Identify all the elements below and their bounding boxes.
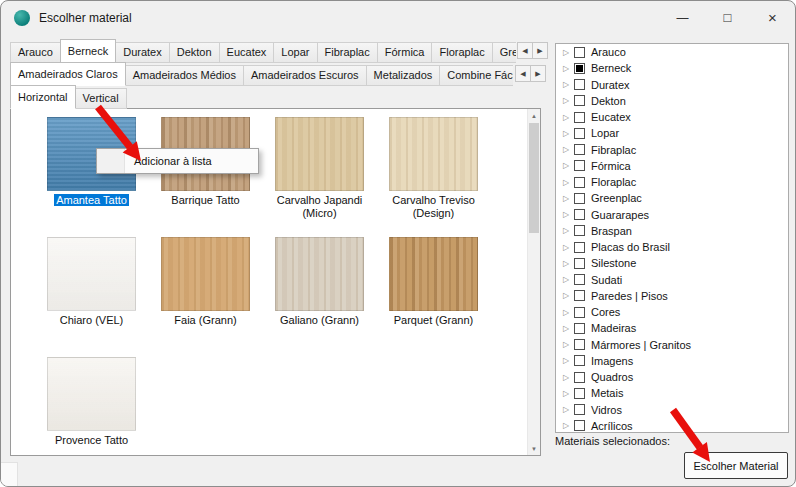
checkbox-arauco[interactable] [574, 47, 585, 58]
tab-category-metalizados[interactable]: Metalizados [366, 65, 441, 86]
tree-item-imagens[interactable]: ▷Imagens [556, 353, 788, 369]
tree-item-duratex[interactable]: ▷Duratex [556, 77, 788, 93]
brand-tabs-scroll-right-button[interactable]: ▶ [532, 42, 548, 59]
checkbox-fibraplac[interactable] [574, 144, 585, 155]
tree-item-marmores-granitos[interactable]: ▷Mármores | Granitos [556, 337, 788, 353]
expand-arrow-icon[interactable]: ▷ [560, 129, 572, 138]
tree-item-placas-do-brasil[interactable]: ▷Placas do Brasil [556, 239, 788, 255]
tree-item-vidros[interactable]: ▷Vidros [556, 402, 788, 418]
expand-arrow-icon[interactable]: ▷ [560, 178, 572, 187]
tab-brand-greenplac[interactable]: Greenplac [492, 42, 516, 63]
expand-arrow-icon[interactable]: ▷ [560, 373, 572, 382]
tree-item-cores[interactable]: ▷Cores [556, 304, 788, 320]
expand-arrow-icon[interactable]: ▷ [560, 259, 572, 268]
checkbox-marmores-granitos[interactable] [574, 339, 585, 350]
tab-brand-berneck[interactable]: Berneck [60, 39, 116, 63]
swatch-chiaro-vel[interactable]: Chiaro (VEL) [47, 237, 136, 342]
scrollbar-up-icon[interactable]: ▲ [528, 109, 540, 122]
tree-item-guararapes[interactable]: ▷Guararapes [556, 207, 788, 223]
expand-arrow-icon[interactable]: ▷ [560, 96, 572, 105]
swatch-provence-tatto[interactable]: Provence Tatto [47, 357, 136, 455]
checkbox-formica[interactable] [574, 160, 585, 171]
expand-arrow-icon[interactable]: ▷ [560, 389, 572, 398]
expand-arrow-icon[interactable]: ▷ [560, 64, 572, 73]
tab-category-amadeirados-medios[interactable]: Amadeirados Médios [125, 65, 244, 86]
tab-category-amadeirados-claros[interactable]: Amadeirados Claros [10, 62, 126, 86]
expand-arrow-icon[interactable]: ▷ [560, 356, 572, 365]
checkbox-cores[interactable] [574, 307, 585, 318]
tree-item-greenplac[interactable]: ▷Greenplac [556, 190, 788, 206]
expand-arrow-icon[interactable]: ▷ [560, 405, 572, 414]
tree-item-eucatex[interactable]: ▷Eucatex [556, 109, 788, 125]
swatch-faia-grann[interactable]: Faia (Grann) [161, 237, 250, 342]
brand-tabs-scroll-left-button[interactable]: ◀ [517, 42, 533, 59]
tree-item-metais[interactable]: ▷Metais [556, 385, 788, 401]
close-button[interactable]: × [750, 1, 795, 34]
checkbox-placas-do-brasil[interactable] [574, 242, 585, 253]
expand-arrow-icon[interactable]: ▷ [560, 194, 572, 203]
expand-arrow-icon[interactable]: ▷ [560, 324, 572, 333]
expand-arrow-icon[interactable]: ▷ [560, 210, 572, 219]
choose-material-button[interactable]: Escolher Material [684, 452, 788, 479]
checkbox-madeiras[interactable] [574, 323, 585, 334]
swatch-carvalho-japandi-micro[interactable]: Carvalho Japandi (Micro) [275, 117, 364, 222]
tree-item-arauco[interactable]: ▷Arauco [556, 44, 788, 60]
expand-arrow-icon[interactable]: ▷ [560, 308, 572, 317]
tree-item-dekton[interactable]: ▷Dekton [556, 93, 788, 109]
checkbox-braspan[interactable] [574, 225, 585, 236]
tab-category-combine-facil[interactable]: Combine Fácil [439, 65, 513, 86]
checkbox-greenplac[interactable] [574, 193, 585, 204]
expand-arrow-icon[interactable]: ▷ [560, 275, 572, 284]
tree-item-acrilicos[interactable]: ▷Acrílicos [556, 418, 788, 433]
expand-arrow-icon[interactable]: ▷ [560, 145, 572, 154]
expand-arrow-icon[interactable]: ▷ [560, 48, 572, 57]
expand-arrow-icon[interactable]: ▷ [560, 291, 572, 300]
checkbox-guararapes[interactable] [574, 209, 585, 220]
vertical-scrollbar[interactable]: ▲ ▼ [527, 109, 540, 455]
maximize-button[interactable]: □ [705, 1, 750, 34]
tree-item-sudati[interactable]: ▷Sudati [556, 272, 788, 288]
tree-item-madeiras[interactable]: ▷Madeiras [556, 320, 788, 336]
expand-arrow-icon[interactable]: ▷ [560, 113, 572, 122]
category-tabs-scroll-right-button[interactable]: ▶ [530, 65, 546, 82]
checkbox-berneck[interactable] [574, 63, 585, 74]
tab-brand-formica[interactable]: Fórmica [377, 42, 433, 63]
expand-arrow-icon[interactable]: ▷ [560, 80, 572, 89]
tab-brand-floraplac[interactable]: Floraplac [431, 42, 492, 63]
checkbox-acrilicos[interactable] [574, 420, 585, 431]
checkbox-silestone[interactable] [574, 258, 585, 269]
checkbox-lopar[interactable] [574, 128, 585, 139]
tree-item-berneck[interactable]: ▷Berneck [556, 60, 788, 76]
tab-brand-fibraplac[interactable]: Fibraplac [317, 42, 378, 63]
expand-arrow-icon[interactable]: ▷ [560, 226, 572, 235]
scrollbar-down-icon[interactable]: ▼ [528, 442, 540, 455]
expand-arrow-icon[interactable]: ▷ [560, 340, 572, 349]
tab-brand-arauco[interactable]: Arauco [10, 42, 61, 63]
swatch-carvalho-treviso-design[interactable]: Carvalho Treviso (Design) [389, 117, 478, 222]
checkbox-duratex[interactable] [574, 79, 585, 90]
swatch-parquet-grann[interactable]: Parquet (Grann) [389, 237, 478, 342]
tab-brand-dekton[interactable]: Dekton [169, 42, 220, 63]
tree-item-silestone[interactable]: ▷Silestone [556, 255, 788, 271]
checkbox-sudati[interactable] [574, 274, 585, 285]
menu-item-adicionar-a-lista[interactable]: Adicionar à lista [97, 149, 258, 173]
tree-item-paredes-pisos[interactable]: ▷Paredes | Pisos [556, 288, 788, 304]
tab-brand-eucatex[interactable]: Eucatex [219, 42, 275, 63]
tree-item-quadros[interactable]: ▷Quadros [556, 369, 788, 385]
expand-arrow-icon[interactable]: ▷ [560, 161, 572, 170]
category-tabs-scroll-left-button[interactable]: ◀ [515, 65, 531, 82]
minimize-button[interactable]: — [660, 1, 705, 34]
tree-item-formica[interactable]: ▷Fórmica [556, 158, 788, 174]
checkbox-paredes-pisos[interactable] [574, 290, 585, 301]
checkbox-floraplac[interactable] [574, 177, 585, 188]
tab-brand-lopar[interactable]: Lopar [273, 42, 317, 63]
checkbox-metais[interactable] [574, 388, 585, 399]
tree-item-fibraplac[interactable]: ▷Fibraplac [556, 142, 788, 158]
checkbox-vidros[interactable] [574, 404, 585, 415]
tab-category-amadeirados-escuros[interactable]: Amadeirados Escuros [243, 65, 367, 86]
tab-orientation-horizontal[interactable]: Horizontal [10, 85, 76, 109]
checkbox-dekton[interactable] [574, 95, 585, 106]
expand-arrow-icon[interactable]: ▷ [560, 421, 572, 430]
checkbox-imagens[interactable] [574, 355, 585, 366]
tree-item-braspan[interactable]: ▷Braspan [556, 223, 788, 239]
